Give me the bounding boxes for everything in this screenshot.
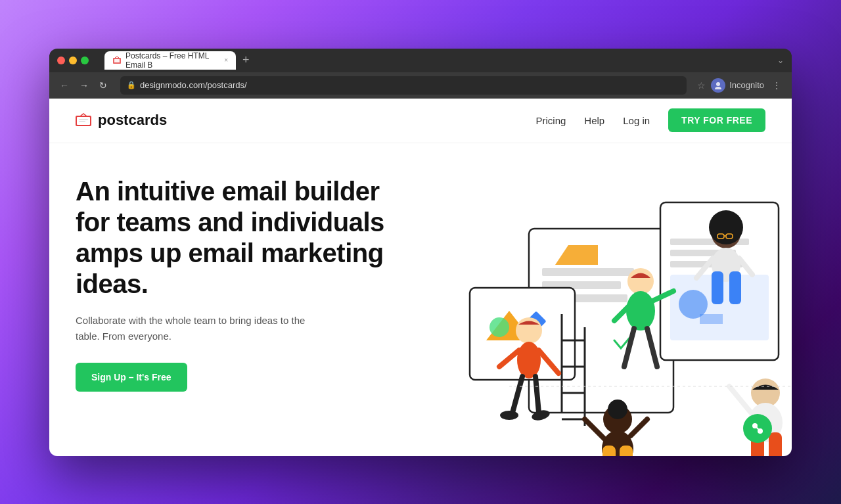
nav-pricing[interactable]: Pricing	[536, 115, 566, 126]
svg-point-19	[489, 317, 509, 337]
reload-button[interactable]: ↻	[97, 79, 110, 92]
site-nav: postcards Pricing Help Log in TRY FOR FR…	[49, 99, 792, 143]
site-logo[interactable]: postcards	[76, 112, 167, 129]
title-bar: Postcards – Free HTML Email B × + ⌄	[49, 49, 792, 72]
browser-menu-icon[interactable]: ⋮	[769, 80, 784, 91]
svg-point-52	[608, 400, 627, 419]
svg-point-36	[626, 291, 655, 331]
bookmark-icon[interactable]: ☆	[697, 80, 706, 91]
svg-rect-5	[79, 119, 88, 120]
address-bar: ← → ↻ 🔒 designmodo.com/postcards/ ☆ Inco…	[49, 72, 792, 99]
tab-close-button[interactable]: ×	[224, 57, 228, 64]
svg-point-2	[716, 82, 720, 86]
forward-button[interactable]: →	[77, 79, 91, 92]
try-free-button[interactable]: TRY FOR FREE	[668, 108, 765, 132]
svg-line-32	[535, 377, 539, 413]
svg-rect-47	[712, 271, 723, 304]
logo-icon	[76, 113, 94, 127]
svg-line-56	[585, 419, 604, 439]
svg-rect-1	[114, 59, 120, 62]
profile-area: Incognito	[711, 78, 764, 93]
incognito-avatar-icon	[714, 81, 723, 90]
nav-help[interactable]: Help	[584, 115, 604, 126]
hero-heading: An intuitive email builder for teams and…	[76, 176, 417, 300]
svg-rect-55	[620, 446, 633, 456]
svg-line-31	[512, 377, 522, 413]
tab-bar: Postcards – Free HTML Email B × + ⌄	[104, 51, 784, 70]
svg-rect-6	[79, 121, 85, 122]
hero-illustration	[424, 143, 792, 456]
minimize-dot[interactable]	[69, 57, 77, 64]
active-tab[interactable]: Postcards – Free HTML Email B ×	[104, 51, 236, 70]
url-text: designmodo.com/postcards/	[140, 80, 247, 90]
svg-rect-54	[602, 446, 616, 456]
svg-point-42	[709, 210, 743, 244]
svg-point-28	[517, 342, 541, 378]
hero-subheading: Collaborate with the whole team to bring…	[76, 313, 312, 344]
browser-window: Postcards – Free HTML Email B × + ⌄ ← → …	[49, 49, 792, 456]
traffic-lights	[57, 57, 89, 64]
close-dot[interactable]	[57, 57, 65, 64]
svg-rect-8	[542, 268, 634, 276]
page-content: postcards Pricing Help Log in TRY FOR FR…	[49, 99, 792, 456]
profile-avatar[interactable]	[711, 78, 725, 93]
svg-rect-63	[769, 432, 782, 456]
svg-line-64	[729, 386, 751, 413]
float-badge[interactable]	[743, 414, 772, 443]
nav-links: Pricing Help Log in TRY FOR FREE	[536, 108, 766, 132]
badge-icon	[750, 421, 765, 436]
logo-text: postcards	[98, 112, 167, 129]
maximize-dot[interactable]	[81, 57, 89, 64]
lock-icon: 🔒	[127, 81, 136, 89]
back-button[interactable]: ←	[57, 79, 72, 92]
url-bar[interactable]: 🔒 designmodo.com/postcards/	[120, 76, 687, 95]
profile-label: Incognito	[729, 80, 764, 90]
svg-point-35	[627, 268, 654, 294]
new-tab-button[interactable]: +	[239, 53, 254, 67]
nav-login[interactable]: Log in	[623, 115, 650, 126]
svg-line-57	[631, 419, 647, 436]
hero-section: An intuitive email builder for teams and…	[49, 143, 792, 456]
hero-text: An intuitive email builder for teams and…	[76, 156, 417, 392]
tab-favicon-icon	[112, 56, 122, 65]
svg-point-33	[500, 411, 518, 420]
tab-label: Postcards – Free HTML Email B	[125, 51, 217, 70]
svg-line-73	[755, 426, 760, 431]
svg-rect-48	[729, 271, 741, 304]
signup-button[interactable]: Sign Up – It's Free	[76, 363, 187, 392]
tab-overflow-icon[interactable]: ⌄	[777, 56, 784, 65]
